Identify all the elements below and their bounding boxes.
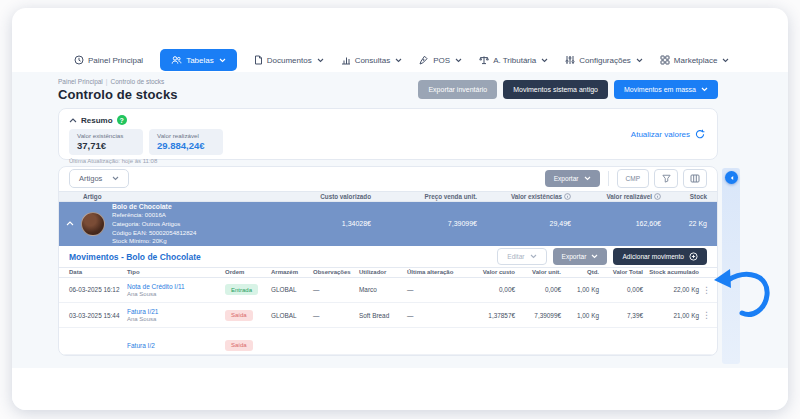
breadcrumb-separator: | [106,78,108,85]
question-badge-icon[interactable]: ? [117,115,127,125]
cell-tipo: Fatura I/21 Ana Sousa [127,308,225,322]
page-head-left: Painel Principal|Controlo de stocks Cont… [58,76,178,102]
cell-valor-unit: 7,39099€ [515,312,561,319]
product-ean: Código EAN: 50002054812824 [112,229,196,238]
caret-down-icon [219,58,226,63]
product-name: Bolo de Chocolate [112,202,196,212]
nav-label: POS [433,56,450,65]
header-actions: Exportar inventário Movimentos sistema a… [418,80,718,99]
export-inventory-button[interactable]: Exportar inventário [418,80,497,99]
ordem-badge: Saída [225,340,253,351]
caret-down-icon [530,254,537,259]
stock-table-card: Artigos Exportar CMP [58,166,718,356]
nav-label: Tabelas [186,56,214,65]
product-valor-existencias: 29,49€ [479,220,573,227]
refresh-values-link[interactable]: Atualizar valores [631,129,705,139]
add-movement-button[interactable]: Adicionar movimento [613,248,707,265]
caret-down-icon [317,58,324,63]
columns-button[interactable] [683,169,707,188]
last-update-text: Última Atualização: hoje às 11:08 [69,158,707,164]
product-table-header: Artigo Custo valorizado Preço venda unit… [59,191,717,202]
product-custo-valorizado: 1,34028€ [285,220,373,227]
cell-utilizador: Soft Bread [359,312,407,319]
stat-value: 37,71€ [77,140,134,151]
cell-valor-custo: 1,37857€ [467,312,515,319]
caret-down-icon [636,58,643,63]
nav-label: Documentos [267,56,312,65]
collapse-circle-icon[interactable] [725,171,738,184]
movement-row: 03-03-2025 15:44 Fatura I/21 Ana Sousa S… [59,303,717,328]
col-valor-realizavel: Valor realizável [573,193,663,200]
nav-label: Consultas [355,56,391,65]
resumo-title: Resumo [81,116,113,125]
cell-valor-custo: 0,00€ [467,286,515,293]
cell-ultima-alteracao: — [407,286,467,293]
table-export-button[interactable]: Exportar [545,170,600,187]
nav-painel-principal[interactable]: Painel Principal [74,55,143,65]
cell-ultima-alteracao: — [407,312,467,319]
editar-button[interactable]: Editar [497,248,546,265]
movement-row: 06-03-2025 16:12 Nota de Crédito I/11 An… [59,278,717,303]
document-link[interactable]: Fatura I/2 [127,342,225,349]
nav-tabelas[interactable]: Tabelas [160,49,237,71]
kebab-icon[interactable]: ⋮ [699,310,711,320]
columns-icon [690,174,700,183]
bulk-movements-button[interactable]: Movimentos em massa [614,80,718,99]
cell-valor-total: 7,39€ [599,312,643,319]
document-link[interactable]: Nota de Crédito I/11 [127,283,225,290]
clock-icon [74,55,84,65]
cell-data: 03-03-2025 15:44 [69,312,127,319]
stat-valor-existencias: Valor existências 37,71€ [69,129,143,155]
cell-qtd: 1,00 Kg [561,312,599,319]
nav-label: Configurações [579,56,631,65]
collapsed-side-panel [722,168,740,364]
col-artigo: Artigo [59,193,285,200]
info-icon[interactable] [564,193,571,200]
filter-button[interactable] [654,169,678,188]
movements-title: Movimentos - Bolo de Chocolate [69,252,201,262]
cell-stock-acumulado: 21,00 Kg [643,312,699,319]
nav-configuracoes[interactable]: Configurações [565,55,643,65]
nav-a-tributaria[interactable]: A. Tributária [479,55,548,65]
stat-valor-realizavel: Valor realizável 29.884,24€ [149,129,223,155]
product-stock: 22 Kg [663,220,717,227]
chevron-up-icon[interactable] [69,118,77,123]
cell-tipo: Nota de Crédito I/11 Ana Sousa [127,283,225,297]
product-row-selected[interactable]: Bolo de Chocolate Referência: 00016A Cat… [59,202,717,246]
caret-down-icon [584,176,591,181]
cell-qtd: 1,00 Kg [561,286,599,293]
tax-scale-icon [479,55,489,65]
caret-down-icon [722,58,729,63]
refresh-icon [695,129,705,139]
pos-pen-icon [419,55,429,65]
cell-stock-acumulado: 22,00 Kg [643,286,699,293]
product-min-stock: Stock Mínimo: 20Kg [112,237,196,246]
cell-observacoes: — [313,286,359,293]
ordem-badge: Saída [225,310,253,321]
nav-pos[interactable]: POS [419,55,462,65]
nav-consultas[interactable]: Consultas [341,55,403,65]
caret-down-icon [701,87,708,92]
cmp-button[interactable]: CMP [617,169,649,188]
top-nav: Painel Principal Tabelas Documentos Cons… [12,48,788,72]
breadcrumb: Painel Principal|Controlo de stocks [58,78,178,85]
old-system-movements-button[interactable]: Movimentos sistema antigo [503,80,608,99]
cell-valor-unit: 0,00€ [515,286,561,293]
product-reference: Referência: 00016A [112,211,196,220]
caret-down-icon [591,254,598,259]
artigos-select[interactable]: Artigos [69,169,129,188]
breadcrumb-home[interactable]: Painel Principal [58,78,103,85]
movements-table-header: Data Tipo Ordem Armazém Observações Util… [59,267,717,277]
nav-label: A. Tributária [493,56,536,65]
nav-documentos[interactable]: Documentos [254,55,324,65]
kebab-icon[interactable]: ⋮ [699,285,711,295]
product-category: Categoria: Outros Artigos [112,220,196,229]
document-link[interactable]: Fatura I/21 [127,308,225,315]
col-custo-valorizado: Custo valorizado [285,193,373,200]
page-content: Painel Principal|Controlo de stocks Cont… [12,72,788,410]
info-icon[interactable] [654,193,661,200]
resumo-card: Resumo ? Valor existências 37,71€ Valor … [58,108,718,160]
collapse-product-chevron[interactable] [59,221,81,226]
nav-marketplace[interactable]: Marketplace [660,55,730,65]
movements-export-button[interactable]: Exportar [553,248,608,265]
